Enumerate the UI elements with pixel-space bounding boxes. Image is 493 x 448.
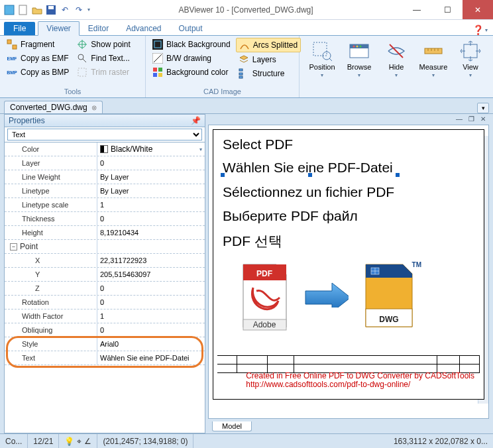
canvas-area: — ❐ ✕ Select PDF Wählen Sie eine PDF-Dat… [208, 114, 489, 433]
lightbulb-icon[interactable]: 💡 [64, 437, 74, 446]
layers-icon [239, 54, 249, 65]
tab-advanced[interactable]: Advanced [117, 21, 170, 35]
tab-overflow-button[interactable]: ▾ [477, 103, 489, 113]
prop-row-x[interactable]: X22,311722923 [5, 254, 205, 268]
model-tab[interactable]: Model [212, 421, 252, 431]
document-tab[interactable]: Converted_DWG.dwg ⊗ [4, 101, 103, 113]
black-bg-button[interactable]: Black Background [150, 38, 233, 51]
prop-row-line-weight[interactable]: Line WeightBy Layer [5, 170, 205, 184]
svg-rect-19 [313, 42, 327, 56]
structure-icon [239, 68, 249, 79]
svg-text:DWG: DWG [379, 315, 398, 324]
prop-row-linetype-scale[interactable]: Linetype scale1 [5, 198, 205, 212]
restore-panel-icon[interactable]: ❐ [466, 114, 476, 123]
tab-output[interactable]: Output [170, 21, 211, 35]
target-icon[interactable]: ⌖ [77, 437, 82, 446]
hide-button[interactable]: Hide▾ [378, 38, 415, 81]
undo-icon[interactable]: ↶ [60, 5, 70, 15]
tab-editor[interactable]: Editor [80, 21, 117, 35]
angle-icon[interactable]: ∠ [84, 437, 91, 446]
minimize-button[interactable]: — [402, 0, 432, 19]
bw-icon [152, 53, 163, 64]
prop-row-thickness[interactable]: Thickness0 [5, 212, 205, 226]
find-text-button[interactable]: Find Text... [74, 52, 133, 65]
arcs-splitted-button[interactable]: Arcs Splitted [236, 38, 301, 52]
window-buttons: — ☐ ✕ [402, 0, 493, 19]
ribbon-group-tools: Fragment EMFCopy as EMF BMPCopy as BMP S… [0, 36, 146, 97]
close-button[interactable]: ✕ [463, 0, 493, 19]
view-button[interactable]: View▾ [452, 38, 489, 81]
prop-row-obliquing[interactable]: Obliquing0 [5, 323, 205, 337]
prop-row-z[interactable]: Z0 [5, 282, 205, 296]
pdf-icon: PDFAdobe [233, 261, 293, 327]
fragment-button[interactable]: Fragment [4, 38, 72, 51]
status-count: 12/21 [28, 434, 59, 448]
bg-color-button[interactable]: Background color [150, 66, 233, 79]
browse-icon [349, 40, 370, 62]
fragment-icon [7, 39, 17, 50]
redo-icon[interactable]: ↷ [74, 5, 84, 15]
tab-viewer[interactable]: Viewer [38, 21, 79, 36]
emf-icon: EMF [7, 53, 17, 64]
minimize-panel-icon[interactable]: — [455, 114, 464, 123]
prop-row-height[interactable]: Height8,19210434 [5, 226, 205, 240]
save-icon[interactable] [46, 5, 56, 15]
svg-rect-12 [153, 68, 157, 72]
svg-rect-14 [153, 73, 157, 77]
bw-drawing-button[interactable]: B/W drawing [150, 52, 233, 65]
drawing-icons: PDFAdobe DWG TM [233, 261, 417, 327]
collapse-icon[interactable]: − [10, 243, 17, 251]
structure-button[interactable]: Structure [236, 67, 301, 80]
type-dropdown[interactable]: Text [7, 129, 202, 140]
chevron-down-icon: ▾ [321, 72, 323, 78]
prop-row-layer[interactable]: Layer0 [5, 156, 205, 170]
hide-icon [386, 40, 407, 62]
prop-group-point[interactable]: −Point [5, 240, 205, 254]
trim-icon [77, 67, 87, 78]
canvas-text: Выберите PDF файл [223, 208, 358, 224]
prop-row-y[interactable]: Y205,515463097 [5, 268, 205, 282]
prop-row-width-factor[interactable]: Width Factor1 [5, 309, 205, 323]
black-bg-icon [152, 39, 163, 50]
copy-emf-button[interactable]: EMFCopy as EMF [4, 52, 72, 65]
svg-rect-18 [239, 76, 243, 78]
model-tab-strip: Model [208, 419, 489, 433]
credit-text: Created in Free Online PDF to DWG Conver… [246, 372, 474, 389]
prop-row-linetype[interactable]: LinetypeBy Layer [5, 184, 205, 198]
copy-bmp-button[interactable]: BMPCopy as BMP [4, 66, 72, 79]
close-tab-icon[interactable]: ⊗ [91, 104, 97, 111]
position-button[interactable]: Position▾ [303, 38, 341, 81]
measure-button[interactable]: Measure▾ [415, 38, 452, 81]
prop-row-style[interactable]: StyleArial0 [5, 337, 205, 351]
prop-row-color[interactable]: ColorBlack/White▾ [5, 142, 205, 156]
crosshair-icon [77, 39, 87, 50]
svg-rect-16 [239, 69, 243, 71]
help-dropdown[interactable]: ❓▾ [472, 25, 488, 35]
browse-button[interactable]: Browse▾ [341, 38, 378, 81]
ribbon-group-cad: Black Background B/W drawing Background … [146, 36, 300, 97]
layers-button[interactable]: Layers [236, 53, 301, 66]
file-tab[interactable]: File [4, 22, 35, 35]
properties-panel: Properties 📌 Text ColorBlack/White▾ Laye… [4, 114, 205, 433]
canvas-text: PDF 선택 [223, 232, 282, 251]
properties-type-selector[interactable]: Text [5, 127, 205, 142]
open-icon[interactable] [32, 5, 42, 15]
close-panel-icon[interactable]: ✕ [478, 114, 488, 123]
status-coords: (201,2457; 134,9188; 0) [97, 434, 193, 448]
app-icon [4, 5, 15, 15]
title-block: Created in Free Online PDF to DWG Conver… [217, 355, 480, 395]
prop-row-rotation[interactable]: Rotation0 [5, 296, 205, 309]
chevron-down-icon[interactable]: ▾ [199, 146, 202, 152]
arrow-icon [302, 281, 349, 308]
new-icon[interactable] [18, 5, 28, 15]
palette-icon [152, 67, 163, 78]
maximize-button[interactable]: ☐ [432, 0, 463, 19]
prop-row-text[interactable]: TextWählen Sie eine PDF-Datei [5, 351, 205, 365]
svg-rect-9 [152, 39, 163, 50]
pin-icon[interactable]: 📌 [191, 116, 201, 125]
drawing-canvas[interactable]: Select PDF Wählen Sie eine PDF-Datei Sél… [208, 125, 489, 419]
show-point-button[interactable]: Show point [74, 38, 133, 51]
arc-icon [239, 40, 250, 50]
selection-handles[interactable] [223, 160, 398, 176]
status-left1: Co... [0, 434, 28, 448]
